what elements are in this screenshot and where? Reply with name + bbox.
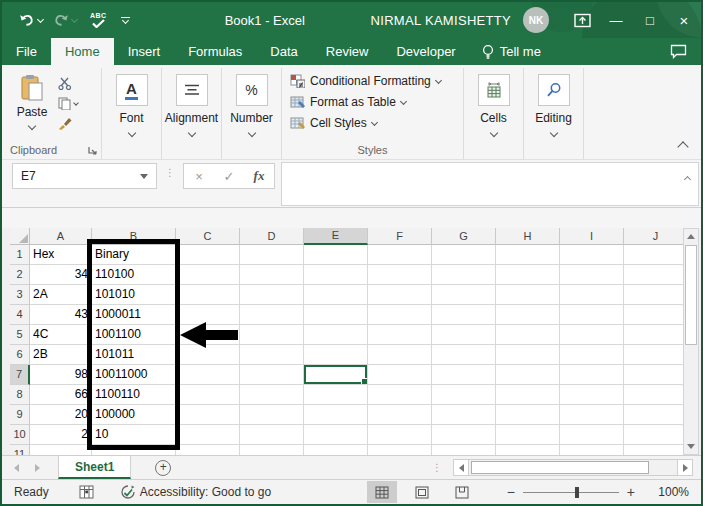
scroll-left-button[interactable] — [453, 459, 469, 476]
cell-I8[interactable] — [560, 385, 624, 405]
cell-A10[interactable]: 2 — [30, 425, 92, 445]
cell-A2[interactable]: 34 — [30, 265, 92, 285]
clipboard-dialog-launcher-icon[interactable] — [88, 146, 97, 155]
enter-formula-button[interactable]: ✓ — [214, 169, 244, 184]
cell-styles-button[interactable]: Cell Styles — [290, 114, 455, 131]
cell-G5[interactable] — [432, 325, 496, 345]
cell-F5[interactable] — [368, 325, 432, 345]
cell-J1[interactable] — [624, 245, 683, 265]
cell-B11[interactable] — [92, 445, 176, 455]
cell-I2[interactable] — [560, 265, 624, 285]
row-header-7[interactable]: 7 — [10, 365, 30, 385]
select-all-button[interactable] — [10, 228, 30, 245]
scroll-down-button[interactable] — [684, 439, 698, 454]
cell-I9[interactable] — [560, 405, 624, 425]
cell-J3[interactable] — [624, 285, 683, 305]
cell-F8[interactable] — [368, 385, 432, 405]
formula-bar-separator[interactable]: ⋮ — [165, 168, 175, 178]
row-header-3[interactable]: 3 — [10, 285, 30, 305]
cell-A1[interactable]: Hex — [30, 245, 92, 265]
undo-button[interactable] — [16, 11, 46, 29]
alignment-group[interactable]: Alignment — [162, 68, 222, 159]
column-header-H[interactable]: H — [496, 228, 560, 245]
collapse-ribbon-button[interactable] — [677, 141, 688, 152]
cell-H8[interactable] — [496, 385, 560, 405]
cell-H5[interactable] — [496, 325, 560, 345]
cell-E4[interactable] — [304, 305, 368, 325]
font-group[interactable]: A Font — [102, 68, 162, 159]
cell-J5[interactable] — [624, 325, 683, 345]
cell-H10[interactable] — [496, 425, 560, 445]
cell-I11[interactable] — [560, 445, 624, 455]
cell-J4[interactable] — [624, 305, 683, 325]
cell-C1[interactable] — [176, 245, 240, 265]
cell-E8[interactable] — [304, 385, 368, 405]
new-sheet-button[interactable]: + — [155, 460, 171, 476]
row-header-4[interactable]: 4 — [10, 305, 30, 325]
cells-group[interactable]: Cells — [464, 68, 524, 159]
cell-A8[interactable]: 66 — [30, 385, 92, 405]
cell-H1[interactable] — [496, 245, 560, 265]
feedback-button[interactable] — [670, 38, 701, 65]
row-header-8[interactable]: 8 — [10, 385, 30, 405]
column-header-C[interactable]: C — [176, 228, 240, 245]
cell-A9[interactable]: 20 — [30, 405, 92, 425]
scroll-up-button[interactable] — [684, 229, 698, 244]
name-box[interactable]: E7 — [12, 163, 157, 189]
cell-F4[interactable] — [368, 305, 432, 325]
redo-button[interactable] — [50, 11, 80, 29]
sheet-bar-separator[interactable]: ⋮ — [432, 462, 443, 473]
tab-developer[interactable]: Developer — [382, 38, 469, 65]
paste-button[interactable]: Paste — [10, 70, 54, 142]
cell-E1[interactable] — [304, 245, 368, 265]
sheet-tab-sheet1[interactable]: Sheet1 — [58, 456, 131, 479]
column-header-A[interactable]: A — [30, 228, 92, 245]
cell-G11[interactable] — [432, 445, 496, 455]
cell-A6[interactable]: 2B — [30, 345, 92, 365]
cell-C6[interactable] — [176, 345, 240, 365]
cell-C9[interactable] — [176, 405, 240, 425]
cell-F6[interactable] — [368, 345, 432, 365]
cell-B6[interactable]: 101011 — [92, 345, 176, 365]
cell-D4[interactable] — [240, 305, 304, 325]
format-painter-button[interactable] — [58, 116, 78, 130]
page-break-preview-button[interactable] — [447, 481, 477, 503]
zoom-in-button[interactable]: + — [619, 484, 643, 500]
cell-I5[interactable] — [560, 325, 624, 345]
maximize-button[interactable]: □ — [633, 2, 667, 38]
macro-record-button[interactable] — [79, 485, 94, 499]
horizontal-scrollbar[interactable] — [453, 459, 693, 476]
cell-J7[interactable] — [624, 365, 683, 385]
cell-G2[interactable] — [432, 265, 496, 285]
cell-C11[interactable] — [176, 445, 240, 455]
cell-I6[interactable] — [560, 345, 624, 365]
cell-B9[interactable]: 100000 — [92, 405, 176, 425]
cell-I3[interactable] — [560, 285, 624, 305]
zoom-level[interactable]: 100% — [643, 485, 689, 499]
cell-H9[interactable] — [496, 405, 560, 425]
column-header-B[interactable]: B — [92, 228, 176, 245]
expand-formula-bar-button[interactable] — [685, 171, 690, 185]
tab-review[interactable]: Review — [312, 38, 383, 65]
cell-D11[interactable] — [240, 445, 304, 455]
cell-C2[interactable] — [176, 265, 240, 285]
cell-G6[interactable] — [432, 345, 496, 365]
close-button[interactable]: × — [667, 2, 701, 38]
cell-J10[interactable] — [624, 425, 683, 445]
cell-G3[interactable] — [432, 285, 496, 305]
cell-F9[interactable] — [368, 405, 432, 425]
vertical-scrollbar[interactable] — [683, 228, 699, 455]
zoom-out-button[interactable]: − — [499, 484, 523, 500]
column-header-E[interactable]: E — [304, 228, 368, 245]
cell-H11[interactable] — [496, 445, 560, 455]
cell-E9[interactable] — [304, 405, 368, 425]
cell-D7[interactable] — [240, 365, 304, 385]
cell-D3[interactable] — [240, 285, 304, 305]
cell-B10[interactable]: 10 — [92, 425, 176, 445]
cell-C5[interactable] — [176, 325, 240, 345]
column-header-D[interactable]: D — [240, 228, 304, 245]
cell-F7[interactable] — [368, 365, 432, 385]
column-header-J[interactable]: J — [624, 228, 683, 245]
cell-B2[interactable]: 110100 — [92, 265, 176, 285]
horizontal-scrollbar-track[interactable] — [469, 459, 677, 476]
